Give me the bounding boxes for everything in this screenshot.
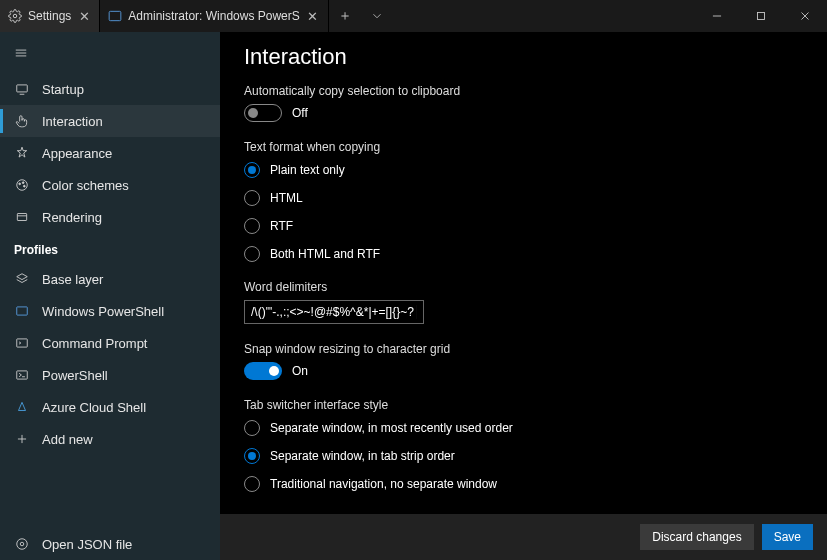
close-button[interactable] xyxy=(783,0,827,32)
toggle-state: On xyxy=(292,364,308,378)
svg-rect-15 xyxy=(17,214,26,221)
auto-copy-toggle[interactable]: Off xyxy=(244,104,803,122)
radio-html[interactable]: HTML xyxy=(244,190,803,206)
toggle-track xyxy=(244,104,282,122)
toggle-track xyxy=(244,362,282,380)
radio-label: Plain text only xyxy=(270,163,345,177)
titlebar: Settings ✕ Administrator: Windows PowerS… xyxy=(0,0,827,32)
sidebar-item-command-prompt[interactable]: Command Prompt xyxy=(0,327,220,359)
hamburger-button[interactable] xyxy=(0,36,220,73)
close-icon[interactable]: ✕ xyxy=(306,9,320,23)
powershell-icon xyxy=(108,9,122,23)
snap-label: Snap window resizing to character grid xyxy=(244,342,803,356)
new-tab-button[interactable]: ＋ xyxy=(329,0,361,32)
bottom-bar: Discard changes Save xyxy=(220,514,827,560)
radio-both[interactable]: Both HTML and RTF xyxy=(244,246,803,262)
svg-point-11 xyxy=(17,180,28,191)
sidebar-item-label: Command Prompt xyxy=(42,336,147,351)
sidebar-item-label: Appearance xyxy=(42,146,112,161)
sidebar-item-interaction[interactable]: Interaction xyxy=(0,105,220,137)
sidebar-item-label: Windows PowerShell xyxy=(42,304,164,319)
radio-label: Both HTML and RTF xyxy=(270,247,380,261)
tab-settings[interactable]: Settings ✕ xyxy=(0,0,100,32)
radio-icon xyxy=(244,190,260,206)
sidebar-item-appearance[interactable]: Appearance xyxy=(0,137,220,169)
radio-icon xyxy=(244,476,260,492)
radio-icon xyxy=(244,420,260,436)
tab-label: Settings xyxy=(28,9,71,23)
radio-icon xyxy=(244,218,260,234)
radio-mru-order[interactable]: Separate window, in most recently used o… xyxy=(244,420,803,436)
maximize-button[interactable] xyxy=(739,0,783,32)
discard-button[interactable]: Discard changes xyxy=(640,524,753,550)
sidebar-item-add-new[interactable]: Add new xyxy=(0,423,220,455)
svg-point-0 xyxy=(13,14,17,18)
sidebar-item-label: Base layer xyxy=(42,272,103,287)
sidebar-item-label: Color schemes xyxy=(42,178,129,193)
sidebar-item-azure-cloud-shell[interactable]: Azure Cloud Shell xyxy=(0,391,220,423)
radio-label: Traditional navigation, no separate wind… xyxy=(270,477,497,491)
svg-point-12 xyxy=(19,183,21,185)
tab-dropdown-button[interactable] xyxy=(361,0,393,32)
sidebar-item-rendering[interactable]: Rendering xyxy=(0,201,220,233)
svg-point-14 xyxy=(23,185,25,187)
radio-icon xyxy=(244,162,260,178)
rendering-icon xyxy=(14,209,30,225)
sidebar-item-windows-powershell[interactable]: Windows PowerShell xyxy=(0,295,220,327)
sidebar-item-base-layer[interactable]: Base layer xyxy=(0,263,220,295)
gear-icon xyxy=(8,9,22,23)
word-delimiters-label: Word delimiters xyxy=(244,280,803,294)
svg-rect-9 xyxy=(17,85,28,92)
tab-powershell[interactable]: Administrator: Windows PowerS ✕ xyxy=(100,0,328,32)
auto-copy-label: Automatically copy selection to clipboar… xyxy=(244,84,803,98)
tab-switcher-label: Tab switcher interface style xyxy=(244,398,803,412)
sidebar-item-label: PowerShell xyxy=(42,368,108,383)
profiles-header: Profiles xyxy=(0,233,220,263)
main-content: Interaction Automatically copy selection… xyxy=(220,32,827,560)
tab-switcher-group: Separate window, in most recently used o… xyxy=(244,420,803,492)
sidebar-item-label: Startup xyxy=(42,82,84,97)
svg-point-24 xyxy=(20,542,24,546)
svg-rect-19 xyxy=(17,339,28,347)
toggle-state: Off xyxy=(292,106,308,120)
sidebar-item-startup[interactable]: Startup xyxy=(0,73,220,105)
minimize-button[interactable] xyxy=(695,0,739,32)
page-title: Interaction xyxy=(244,44,803,70)
sidebar-item-open-json[interactable]: Open JSON file xyxy=(0,528,220,560)
radio-plain-text[interactable]: Plain text only xyxy=(244,162,803,178)
sidebar-item-color-schemes[interactable]: Color schemes xyxy=(0,169,220,201)
interaction-icon xyxy=(14,113,30,129)
tab-label: Administrator: Windows PowerS xyxy=(128,9,299,23)
close-icon[interactable]: ✕ xyxy=(77,9,91,23)
sidebar-item-label: Add new xyxy=(42,432,93,447)
svg-point-13 xyxy=(22,182,24,184)
radio-icon xyxy=(244,246,260,262)
svg-rect-1 xyxy=(110,11,122,20)
text-format-group: Plain text only HTML RTF Both HTML and R… xyxy=(244,162,803,262)
cmd-icon xyxy=(14,335,30,351)
svg-marker-17 xyxy=(17,274,28,280)
svg-rect-18 xyxy=(17,307,28,315)
sidebar-item-label: Azure Cloud Shell xyxy=(42,400,146,415)
sidebar-item-label: Open JSON file xyxy=(42,537,132,552)
snap-toggle[interactable]: On xyxy=(244,362,803,380)
sidebar-item-label: Rendering xyxy=(42,210,102,225)
radio-rtf[interactable]: RTF xyxy=(244,218,803,234)
sidebar-item-label: Interaction xyxy=(42,114,103,129)
radio-tab-strip-order[interactable]: Separate window, in tab strip order xyxy=(244,448,803,464)
radio-label: RTF xyxy=(270,219,293,233)
svg-point-25 xyxy=(17,539,28,550)
svg-rect-3 xyxy=(758,13,765,20)
layers-icon xyxy=(14,271,30,287)
appearance-icon xyxy=(14,145,30,161)
radio-traditional[interactable]: Traditional navigation, no separate wind… xyxy=(244,476,803,492)
gear-icon xyxy=(14,536,30,552)
save-button[interactable]: Save xyxy=(762,524,813,550)
sidebar-item-powershell-core[interactable]: PowerShell xyxy=(0,359,220,391)
azure-icon xyxy=(14,399,30,415)
startup-icon xyxy=(14,81,30,97)
powershell-icon xyxy=(14,367,30,383)
word-delimiters-input[interactable] xyxy=(244,300,424,324)
radio-label: HTML xyxy=(270,191,303,205)
powershell-icon xyxy=(14,303,30,319)
